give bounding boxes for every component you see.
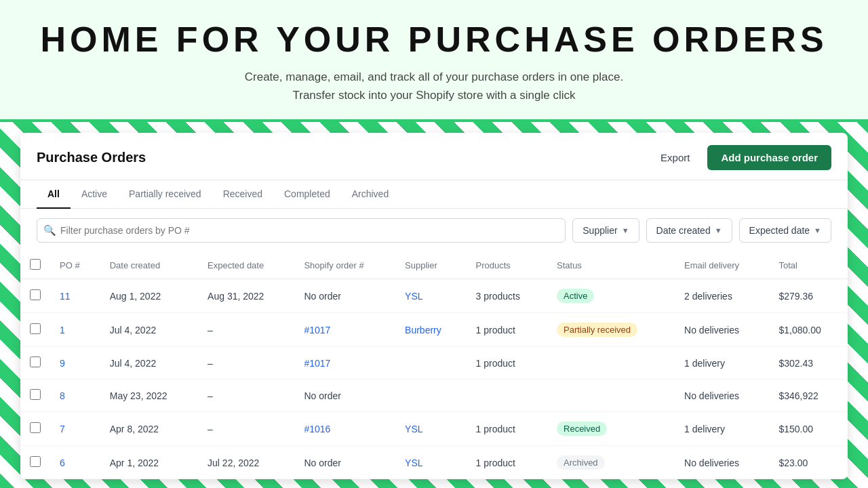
hero-subtitle: Create, manage, email, and track all of … <box>14 68 854 104</box>
row-checkbox[interactable] <box>30 323 41 334</box>
tab-received[interactable]: Received <box>212 180 273 209</box>
products-cell <box>467 380 547 412</box>
shopify-order-cell: No order <box>294 279 395 313</box>
select-all-checkbox[interactable] <box>30 259 41 270</box>
email-delivery-cell: 1 delivery <box>675 347 769 380</box>
total-cell: $302.43 <box>769 347 848 380</box>
date-created-cell: Apr 8, 2022 <box>100 412 198 446</box>
shopify-order-cell[interactable]: #1017 <box>294 313 395 347</box>
supplier-cell <box>395 380 467 412</box>
row-checkbox-cell <box>20 347 50 380</box>
supplier-filter-button[interactable]: Supplier ▼ <box>572 218 639 243</box>
row-checkbox-cell <box>20 279 50 313</box>
col-checkbox <box>20 252 50 279</box>
po-link[interactable]: 6 <box>60 458 65 468</box>
tab-partially-received[interactable]: Partially received <box>118 180 212 209</box>
date-created-cell: May 23, 2022 <box>100 380 198 412</box>
email-delivery-cell: No deliveries <box>675 380 769 412</box>
total-cell: $23.00 <box>769 446 848 480</box>
status-badge: Active <box>557 289 594 303</box>
table-row: 1Jul 4, 2022–#1017Burberry1 productParti… <box>20 313 848 347</box>
date-created-filter-button[interactable]: Date created ▼ <box>646 218 732 243</box>
po-link[interactable]: 9 <box>60 358 65 369</box>
main-background: Purchase Orders Export Add purchase orde… <box>0 122 868 488</box>
orders-table: PO # Date created Expected date Shopify … <box>20 252 848 479</box>
table-row: 7Apr 8, 2022–#1016YSL1 productReceived1 … <box>20 412 848 446</box>
total-cell: $1,080.00 <box>769 313 848 347</box>
tab-all[interactable]: All <box>37 180 71 209</box>
date-created-cell: Jul 4, 2022 <box>100 313 198 347</box>
expected-date-cell: – <box>198 347 294 380</box>
table-header-row: PO # Date created Expected date Shopify … <box>20 252 848 279</box>
products-cell: 1 product <box>467 412 547 446</box>
tabs-bar: All Active Partially received Received C… <box>20 180 848 209</box>
col-supplier: Supplier <box>395 252 467 279</box>
hero-title: HOME FOR YOUR PURCHASE ORDERS <box>14 19 854 60</box>
email-delivery-cell: No deliveries <box>675 446 769 480</box>
col-status: Status <box>547 252 675 279</box>
supplier-link[interactable]: YSL <box>405 424 422 434</box>
supplier-link[interactable]: YSL <box>405 291 422 302</box>
card-header: Purchase Orders Export Add purchase orde… <box>20 133 848 180</box>
total-cell: $279.36 <box>769 279 848 313</box>
expected-date-chevron-icon: ▼ <box>814 226 821 235</box>
row-checkbox-cell <box>20 380 50 412</box>
email-delivery-cell: No deliveries <box>675 313 769 347</box>
row-checkbox[interactable] <box>30 289 41 300</box>
hero-subtitle-line2: Transfer stock into your Shopify store w… <box>14 86 854 104</box>
table-row: 9Jul 4, 2022–#10171 product1 delivery$30… <box>20 347 848 380</box>
col-date-created: Date created <box>100 252 198 279</box>
status-badge: Archived <box>557 455 605 470</box>
products-cell: 1 product <box>467 347 547 380</box>
tab-completed[interactable]: Completed <box>273 180 341 209</box>
export-button[interactable]: Export <box>651 146 699 169</box>
purchase-orders-card: Purchase Orders Export Add purchase orde… <box>20 133 848 479</box>
add-purchase-order-button[interactable]: Add purchase order <box>707 145 831 170</box>
col-po: PO # <box>50 252 100 279</box>
expected-date-filter-button[interactable]: Expected date ▼ <box>739 218 831 243</box>
search-input[interactable] <box>37 218 566 243</box>
po-link[interactable]: 11 <box>60 291 71 302</box>
expected-date-cell: – <box>198 380 294 412</box>
date-created-filter-label: Date created <box>656 225 711 236</box>
supplier-cell <box>395 347 467 380</box>
col-shopify-order: Shopify order # <box>294 252 395 279</box>
row-checkbox-cell <box>20 412 50 446</box>
po-link[interactable]: 8 <box>60 390 65 401</box>
table-row: 6Apr 1, 2022Jul 22, 2022No orderYSL1 pro… <box>20 446 848 480</box>
tab-archived[interactable]: Archived <box>341 180 399 209</box>
card-title: Purchase Orders <box>37 150 146 165</box>
total-cell: $150.00 <box>769 412 848 446</box>
search-wrap: 🔍 <box>37 218 566 243</box>
shopify-order-cell[interactable]: #1016 <box>294 412 395 446</box>
po-link[interactable]: 7 <box>60 424 65 434</box>
shopify-order-cell: No order <box>294 380 395 412</box>
email-delivery-cell: 2 deliveries <box>675 279 769 313</box>
header-actions: Export Add purchase order <box>651 145 831 170</box>
row-checkbox[interactable] <box>30 422 41 433</box>
row-checkbox-cell <box>20 313 50 347</box>
supplier-link[interactable]: YSL <box>405 458 422 468</box>
tab-active[interactable]: Active <box>71 180 118 209</box>
row-checkbox-cell <box>20 446 50 480</box>
row-checkbox[interactable] <box>30 389 41 400</box>
col-email-delivery: Email delivery <box>675 252 769 279</box>
row-checkbox[interactable] <box>30 357 41 367</box>
col-expected-date: Expected date <box>198 252 294 279</box>
status-badge: Partially received <box>557 323 637 337</box>
col-total: Total <box>769 252 848 279</box>
expected-date-cell: Aug 31, 2022 <box>198 279 294 313</box>
date-created-cell: Jul 4, 2022 <box>100 347 198 380</box>
shopify-order-cell: No order <box>294 446 395 480</box>
shopify-order-cell[interactable]: #1017 <box>294 347 395 380</box>
email-delivery-cell: 1 delivery <box>675 412 769 446</box>
expected-date-cell: Jul 22, 2022 <box>198 446 294 480</box>
supplier-link[interactable]: Burberry <box>405 325 441 336</box>
orders-table-wrap: PO # Date created Expected date Shopify … <box>20 252 848 479</box>
table-row: 8May 23, 2022–No orderNo deliveries$346,… <box>20 380 848 412</box>
po-link[interactable]: 1 <box>60 325 65 336</box>
expected-date-filter-label: Expected date <box>749 225 810 236</box>
date-created-cell: Aug 1, 2022 <box>100 279 198 313</box>
row-checkbox[interactable] <box>30 456 41 467</box>
table-row: 11Aug 1, 2022Aug 31, 2022No orderYSL3 pr… <box>20 279 848 313</box>
